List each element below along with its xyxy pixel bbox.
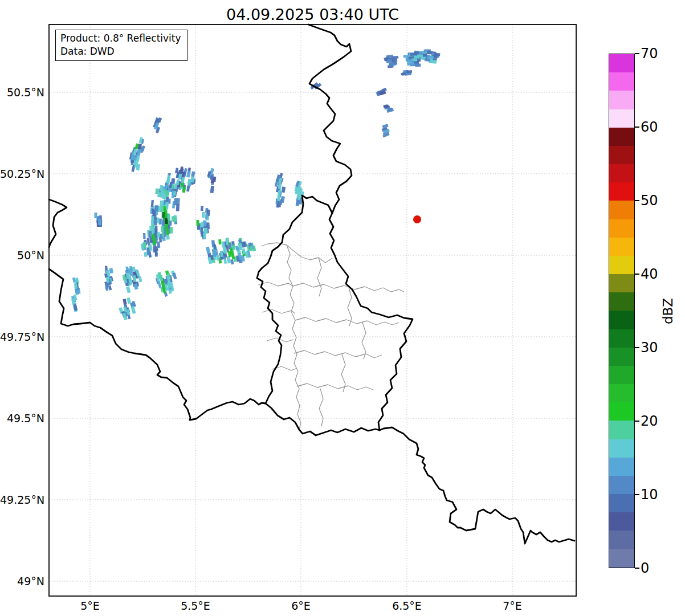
- canton-border: [258, 282, 293, 286]
- radar-echo-cell: [392, 56, 399, 59]
- radar-echo-cell: [176, 198, 180, 205]
- radar-echo-cell: [205, 213, 208, 219]
- y-tick-label: 50.25°N: [0, 168, 44, 180]
- x-tick-label: 6.5°E: [381, 599, 433, 612]
- colorbar-band: [609, 476, 634, 494]
- colorbar-band: [609, 219, 634, 238]
- colorbar-tick-mark: [635, 127, 639, 128]
- radar-echo-cell: [186, 186, 190, 192]
- radar-echo-cell: [162, 221, 165, 227]
- colorbar-band: [609, 512, 634, 531]
- data-source-label: Data: DWD: [60, 45, 181, 58]
- y-tick-label: 50°N: [0, 249, 44, 262]
- canton-border: [262, 309, 295, 313]
- radar-echo-cell: [160, 201, 163, 206]
- colorbar-band: [609, 531, 634, 549]
- colorbar-tick-label: 0: [641, 560, 649, 576]
- radar-echo-cell: [201, 222, 203, 227]
- radar-map: [0, 0, 685, 616]
- radar-echo-cell: [157, 232, 160, 238]
- radar-echo-cell: [147, 238, 150, 244]
- radar-echo-cell: [166, 175, 170, 182]
- colorbar-band: [609, 109, 634, 128]
- radar-echo-cell: [425, 58, 430, 62]
- radar-echo-cell: [162, 212, 165, 218]
- colorbar-band: [609, 549, 634, 568]
- colorbar-band: [609, 182, 634, 201]
- colorbar-band: [609, 256, 634, 274]
- radar-echo-cell: [230, 259, 234, 265]
- radar-echo-cell: [138, 276, 142, 283]
- colorbar-band: [609, 329, 634, 348]
- colorbar-band: [609, 348, 634, 366]
- radar-echo-cell: [170, 227, 173, 233]
- radar-echo-cell: [157, 191, 161, 197]
- canton-border: [341, 354, 345, 392]
- colorbar-band: [609, 311, 634, 329]
- radar-echo-cell: [152, 234, 155, 240]
- country-border: [257, 195, 413, 435]
- colorbar-band: [609, 402, 634, 421]
- radar-echo-cell: [109, 268, 113, 274]
- radar-echo-cell: [201, 227, 203, 234]
- colorbar-tick-label: 60: [641, 119, 658, 135]
- colorbar-band: [609, 421, 634, 439]
- colorbar-tick-mark: [635, 347, 639, 348]
- radar-echo-cell: [210, 186, 214, 194]
- y-tick-label: 49°N: [0, 575, 44, 588]
- x-tick-label: 5°E: [64, 599, 116, 612]
- x-tick-label: 6°E: [275, 599, 327, 612]
- colorbar-tick-label: 40: [641, 266, 658, 282]
- canton-border: [287, 245, 301, 429]
- colorbar-band: [609, 72, 634, 91]
- radar-echo-cell: [127, 297, 131, 304]
- radar-echo-cell: [155, 205, 158, 210]
- colorbar-band: [609, 458, 634, 476]
- canton-border: [295, 317, 399, 325]
- colorbar-tick-mark: [635, 494, 639, 495]
- y-tick-label: 49.75°N: [0, 331, 44, 343]
- colorbar-tick-label: 70: [641, 46, 658, 62]
- radar-echo-cell: [161, 226, 164, 232]
- radar-echo-cell: [166, 229, 169, 235]
- radar-echo-cell: [157, 218, 160, 223]
- colorbar: [609, 54, 635, 568]
- radar-echo-cell: [428, 55, 434, 59]
- radar-echo-cell: [186, 170, 191, 177]
- radar-echo-cell: [218, 239, 221, 244]
- colorbar-tick-mark: [635, 53, 639, 54]
- radar-echo-cell: [202, 212, 205, 218]
- colorbar-band: [609, 366, 634, 384]
- radar-echo-cell: [167, 214, 170, 219]
- colorbar-tick-mark: [635, 274, 639, 275]
- colorbar-tick-mark: [635, 568, 639, 569]
- radar-echo-cell: [152, 227, 155, 233]
- colorbar-tick-mark: [635, 200, 639, 201]
- radar-echo-cell: [196, 220, 199, 226]
- radar-echo-cell: [415, 64, 420, 66]
- radar-echo-cell: [152, 209, 155, 214]
- colorbar-band: [609, 494, 634, 512]
- colorbar-unit-label: dBZ: [660, 277, 676, 345]
- radar-echo-cell: [158, 206, 161, 212]
- colorbar-band: [609, 292, 634, 311]
- radar-echo-cell: [165, 202, 169, 207]
- country-border: [49, 269, 266, 420]
- radar-echo-cell: [108, 285, 112, 291]
- x-tick-label: 5.5°E: [170, 599, 221, 612]
- radar-echo-cell: [157, 242, 160, 248]
- colorbar-band: [609, 128, 634, 146]
- radar-echo-cell: [143, 233, 146, 239]
- radar-echo-cell: [206, 247, 210, 254]
- radar-figure: 04.09.2025 03:40 UTC Product: 0.8° Refle…: [0, 0, 685, 616]
- colorbar-tick-label: 30: [641, 340, 658, 356]
- radar-echo-cell: [429, 60, 437, 64]
- colorbar-band: [609, 274, 634, 292]
- radar-echo-cell: [205, 228, 208, 234]
- radar-echo-cell: [421, 51, 426, 54]
- colorbar-band: [609, 54, 634, 72]
- canton-border: [362, 323, 366, 359]
- canton-border: [293, 283, 404, 292]
- colorbar-band: [609, 146, 634, 164]
- radar-echo-cell: [203, 233, 206, 239]
